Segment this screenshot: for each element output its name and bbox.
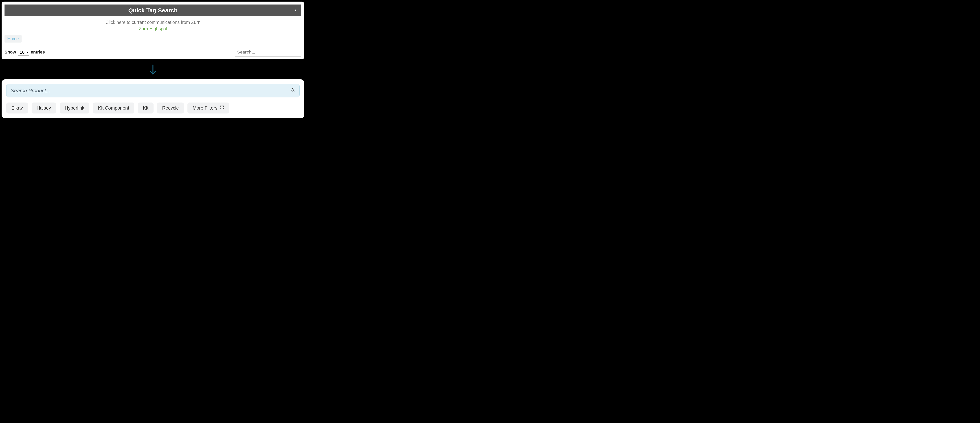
quick-tag-search-title: Quick Tag Search [128, 7, 177, 14]
breadcrumb: Home [5, 35, 301, 43]
filter-chip-halsey[interactable]: Halsey [32, 102, 56, 113]
arrow-down-icon [0, 61, 306, 80]
chevron-right-icon[interactable] [294, 8, 298, 13]
entries-select[interactable]: 10 [18, 49, 29, 56]
communications-subtext: Click here to current communications fro… [2, 20, 304, 25]
filter-chip-kit[interactable]: Kit [138, 102, 154, 113]
filter-chip-recycle[interactable]: Recycle [157, 102, 184, 113]
filter-chip-elkay[interactable]: Elkay [6, 102, 28, 113]
old-ui-panel: Quick Tag Search Click here to current c… [2, 2, 304, 59]
new-ui-panel: Elkay Halsey Hyperlink Kit Component Kit… [2, 80, 304, 118]
filter-chip-row: Elkay Halsey Hyperlink Kit Component Kit… [6, 102, 300, 113]
zurn-highspot-link[interactable]: Zurn Highspot [2, 26, 304, 32]
svg-point-1 [291, 89, 294, 91]
expand-icon [220, 105, 224, 111]
filter-chip-hyperlink[interactable]: Hyperlink [60, 102, 89, 113]
show-label-suffix: entries [31, 49, 45, 55]
filter-chip-kit-component[interactable]: Kit Component [93, 102, 134, 113]
more-filters-button[interactable]: More Filters [188, 102, 229, 113]
search-icon[interactable] [290, 88, 295, 93]
product-search-wrap[interactable] [6, 84, 300, 97]
filter-label: Hyperlink [65, 105, 84, 111]
svg-line-2 [294, 91, 295, 92]
product-search-input[interactable] [11, 87, 290, 94]
filter-label: Kit [143, 105, 148, 111]
show-entries-control: Show 10 entries [5, 49, 45, 56]
filter-label: Elkay [11, 105, 23, 111]
table-controls-row: Show 10 entries [5, 48, 301, 57]
filter-label: Halsey [37, 105, 51, 111]
show-label-prefix: Show [5, 49, 16, 55]
filter-label: Recycle [162, 105, 179, 111]
more-filters-label: More Filters [192, 105, 218, 111]
quick-tag-search-header: Quick Tag Search [5, 5, 301, 16]
filter-label: Kit Component [98, 105, 129, 111]
old-search-input[interactable] [235, 48, 301, 57]
breadcrumb-home[interactable]: Home [5, 35, 22, 43]
